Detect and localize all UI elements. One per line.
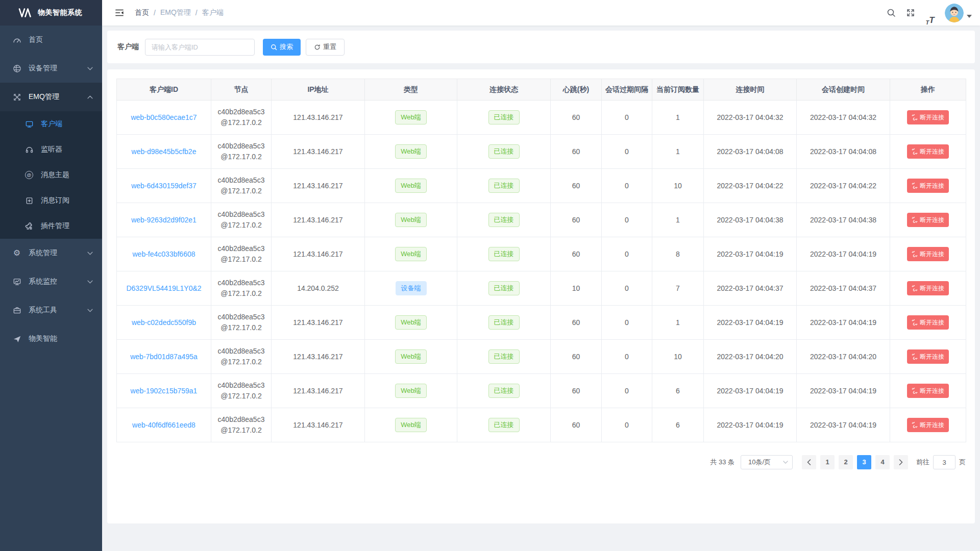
disconnect-button[interactable]: 断开连接 <box>907 179 949 193</box>
subscriptions-cell: 6 <box>652 374 704 408</box>
page-button-2[interactable]: 2 <box>839 455 853 469</box>
col-node: 节点 <box>211 79 272 101</box>
sidebar-item-label: 客户端 <box>41 119 62 129</box>
goto-page-input[interactable] <box>933 455 955 469</box>
disconnect-button[interactable]: 断开连接 <box>907 213 949 227</box>
sidebar-item-label: 系统监控 <box>29 277 57 286</box>
subscriptions-cell: 1 <box>652 101 704 135</box>
app-logo: 物美智能系统 <box>0 0 102 26</box>
session-expiry-cell: 0 <box>602 101 652 135</box>
subscribe-icon <box>24 196 34 205</box>
table-row: web-9263d2d9f02e1 c40b2d8ea5c3 @172.17.0… <box>117 203 966 237</box>
client-id-link[interactable]: web-b0c580ecae1c7 <box>131 113 197 121</box>
sidebar-item-clients[interactable]: 客户端 <box>0 111 102 137</box>
page-button-1[interactable]: 1 <box>820 455 835 469</box>
client-id-link[interactable]: web-6d430159def37 <box>131 182 197 190</box>
page-button-3-active[interactable]: 3 <box>857 455 871 469</box>
sidebar-item-label: 设备管理 <box>29 64 57 73</box>
disconnect-button[interactable]: 断开连接 <box>907 384 949 398</box>
type-tag: Web端 <box>395 213 427 227</box>
session-create-time-cell: 2022-03-17 04:04:20 <box>797 340 890 374</box>
status-tag: 已连接 <box>488 247 520 261</box>
headphones-icon <box>24 145 34 154</box>
sidebar-item-message-subscriptions[interactable]: 消息订阅 <box>0 188 102 213</box>
prev-page-button[interactable] <box>802 455 816 469</box>
disconnect-button[interactable]: 断开连接 <box>907 349 949 364</box>
user-menu[interactable] <box>945 4 972 22</box>
client-id-link[interactable]: web-7bd01d87a495a <box>130 353 198 361</box>
status-tag: 已连接 <box>488 213 520 227</box>
sidebar-item-label: 插件管理 <box>41 221 69 231</box>
sidebar-item-label: 监听器 <box>41 145 62 154</box>
client-id-link[interactable]: web-1902c15b759a1 <box>131 387 198 395</box>
type-tag: Web端 <box>395 418 427 432</box>
disconnect-button[interactable]: 断开连接 <box>907 315 949 330</box>
col-session-create-time: 会话创建时间 <box>797 79 890 101</box>
client-id-link[interactable]: web-9263d2d9f02e1 <box>131 216 197 224</box>
col-session-expiry: 会话过期间隔 <box>602 79 652 101</box>
disconnect-button[interactable]: 断开连接 <box>907 418 949 432</box>
emq-submenu: 客户端 监听器 @ 消息主题 <box>0 111 102 239</box>
sidebar-item-home[interactable]: 首页 <box>0 26 102 54</box>
node-address: @172.17.0.2 <box>214 391 268 402</box>
client-id-link[interactable]: web-d98e45b5cfb2e <box>132 147 197 156</box>
table-header-row: 客户端ID 节点 IP地址 类型 连接状态 心跳(秒) 会话过期间隔 当前订阅数… <box>117 79 966 101</box>
client-id-input[interactable] <box>145 39 255 56</box>
session-expiry-cell: 0 <box>602 408 652 442</box>
sidebar-item-message-topics[interactable]: @ 消息主题 <box>0 162 102 188</box>
session-create-time-cell: 2022-03-17 04:04:38 <box>797 203 890 237</box>
sidebar-item-plugin-management[interactable]: 插件管理 <box>0 213 102 239</box>
reset-button[interactable]: 重置 <box>306 39 345 56</box>
table-row: web-c02dedc550f9b c40b2d8ea5c3 @172.17.0… <box>117 306 966 340</box>
page-size-select[interactable]: 10条/页 <box>741 455 793 469</box>
disconnect-button[interactable]: 断开连接 <box>907 144 949 159</box>
node-name: c40b2d8ea5c3 <box>214 414 268 425</box>
sidebar-item-wumei-smart[interactable]: 物美智能 <box>0 324 102 353</box>
caret-down-icon <box>967 15 972 18</box>
sidebar-collapse-icon[interactable] <box>110 4 129 22</box>
sidebar-item-emq-management[interactable]: EMQ管理 <box>0 83 102 111</box>
sidebar-item-device-management[interactable]: 设备管理 <box>0 54 102 83</box>
node-address: @172.17.0.2 <box>214 220 268 231</box>
disconnect-button[interactable]: 断开连接 <box>907 281 949 295</box>
logo-icon <box>18 8 32 17</box>
sidebar-item-label: EMQ管理 <box>29 92 59 102</box>
ip-cell: 121.43.146.217 <box>272 135 365 169</box>
page-button-4[interactable]: 4 <box>875 455 890 469</box>
disconnect-button[interactable]: 断开连接 <box>907 247 949 261</box>
client-table-panel: 客户端ID 节点 IP地址 类型 连接状态 心跳(秒) 会话过期间隔 当前订阅数… <box>107 69 975 523</box>
table-row: D6329VL54419L1Y0&2 c40b2d8ea5c3 @172.17.… <box>117 271 966 306</box>
client-id-link[interactable]: web-c02dedc550f9b <box>132 318 196 327</box>
table-body: web-b0c580ecae1c7 c40b2d8ea5c3 @172.17.0… <box>117 101 966 442</box>
client-id-link[interactable]: D6329VL54419L1Y0&2 <box>126 284 201 292</box>
disconnect-button[interactable]: 断开连接 <box>907 110 949 124</box>
ip-cell: 121.43.146.217 <box>272 203 365 237</box>
search-button[interactable]: 搜索 <box>263 39 301 56</box>
sidebar: 物美智能系统 首页 设备管理 <box>0 0 102 551</box>
col-type: 类型 <box>365 79 457 101</box>
node-name: c40b2d8ea5c3 <box>214 209 268 220</box>
subscriptions-cell: 7 <box>652 271 704 306</box>
client-id-link[interactable]: web-40f6df661eed8 <box>132 421 195 429</box>
next-page-button[interactable] <box>894 455 908 469</box>
fullscreen-icon[interactable] <box>901 0 920 26</box>
col-subscriptions: 当前订阅数量 <box>652 79 704 101</box>
search-icon[interactable] <box>881 0 901 26</box>
sidebar-item-system-tools[interactable]: 系统工具 <box>0 296 102 324</box>
type-tag: Web端 <box>395 349 427 364</box>
heartbeat-cell: 60 <box>551 203 602 237</box>
avatar[interactable] <box>945 4 964 22</box>
plugin-icon <box>24 221 34 231</box>
session-create-time-cell: 2022-03-17 04:04:19 <box>797 408 890 442</box>
breadcrumb-home[interactable]: 首页 <box>135 8 149 17</box>
sidebar-item-system-monitor[interactable]: 系统监控 <box>0 267 102 296</box>
font-size-icon[interactable]: TT <box>920 0 940 26</box>
sidebar-item-system-management[interactable]: ⚙ 系统管理 <box>0 239 102 267</box>
chevron-up-icon <box>87 95 93 99</box>
sidebar-item-listeners[interactable]: 监听器 <box>0 137 102 162</box>
at-icon: @ <box>24 170 34 180</box>
navbar-actions: TT <box>881 0 972 26</box>
session-create-time-cell: 2022-03-17 04:04:19 <box>797 374 890 408</box>
client-id-link[interactable]: web-fe4c033bf6608 <box>133 250 195 258</box>
type-tag: 设备端 <box>396 281 427 295</box>
